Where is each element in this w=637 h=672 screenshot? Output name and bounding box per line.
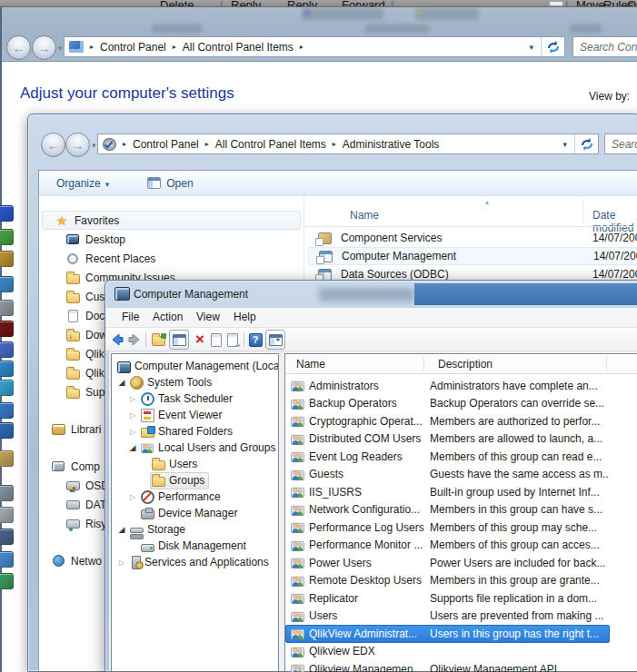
column-divider[interactable] — [606, 356, 607, 371]
calc-icon[interactable] — [0, 341, 14, 358]
sidebar-item[interactable]: ★ Favorites — [42, 211, 301, 230]
ribbon-button-label[interactable]: Reply — [287, 0, 317, 7]
flash-icon[interactable] — [0, 321, 14, 337]
printer-icon[interactable] — [0, 300, 14, 316]
group-row[interactable]: Event Log Readers Members of this group … — [285, 448, 610, 466]
globe-icon[interactable] — [0, 276, 14, 292]
nav-history-chevron[interactable]: ▾ — [58, 44, 63, 53]
tree-item[interactable]: Computer Management (Local — [112, 358, 278, 374]
group-row[interactable]: Remote Desktop Users Members in this gro… — [285, 572, 610, 590]
show-console-tree-button[interactable] — [169, 330, 189, 350]
tree-node[interactable]: Shared Folders — [139, 423, 237, 440]
breadcrumb-segment[interactable]: ▸ All Control Panel Items — [199, 138, 326, 151]
search-input[interactable]: Search Cont — [572, 36, 637, 57]
devices-icon[interactable] — [0, 507, 14, 523]
address-bar[interactable]: ▸ Control Panel ▸ All Control Panel Item… — [64, 36, 565, 57]
sync-icon[interactable] — [0, 229, 14, 245]
organize-button[interactable]: Organize▾ — [56, 177, 109, 190]
tree-item[interactable]: ▷ Task Scheduler — [112, 390, 278, 407]
tree-item[interactable]: ▷ Shared Folders — [112, 423, 278, 440]
back-button[interactable]: ← — [6, 35, 31, 60]
column-header-name[interactable]: Name — [296, 358, 325, 371]
breadcrumb-segment[interactable]: ▸ Administrative Tools — [326, 138, 440, 151]
forward-button[interactable] — [127, 332, 142, 347]
refresh-button[interactable] — [574, 134, 598, 153]
flag-icon[interactable] — [0, 205, 14, 222]
tree-node[interactable]: System Tools — [128, 374, 216, 391]
address-bar[interactable]: ▸ Control Panel ▸ All Control Panel Item… — [97, 133, 599, 154]
forward-button[interactable]: → — [65, 133, 90, 157]
tree-item[interactable]: Groups — [112, 472, 278, 489]
group-row[interactable]: QlikView Administrat... Users in this gr… — [285, 625, 610, 643]
tree-item[interactable]: Device Manager — [112, 505, 278, 521]
column-header-description[interactable]: Description — [438, 358, 493, 371]
group-row[interactable]: Administrators Administrators have compl… — [285, 377, 610, 395]
menu-help[interactable]: Help — [234, 311, 256, 323]
group-row[interactable]: Distributed COM Users Members are allowe… — [285, 430, 610, 449]
ribbon-button-label[interactable]: OneN — [627, 0, 637, 7]
tree-node[interactable]: Disk Management — [139, 538, 251, 554]
group-row[interactable]: IIS_IUSRS Built-in group used by Interne… — [285, 483, 610, 501]
monitor-check-icon[interactable] — [0, 422, 14, 439]
folder-icon[interactable] — [0, 551, 14, 568]
tree-item[interactable]: ◢ Local Users and Groups — [112, 440, 278, 456]
globe-check-icon[interactable] — [0, 361, 14, 377]
display-icon[interactable] — [0, 380, 14, 396]
tree-item[interactable]: ◢ System Tools — [112, 374, 278, 390]
group-row[interactable]: Performance Log Users Members of this gr… — [285, 519, 610, 537]
computer-icon[interactable] — [0, 529, 14, 545]
tree-node[interactable]: Local Users and Groups — [139, 440, 279, 457]
tree-item[interactable]: ◢ Storage — [112, 521, 278, 538]
breadcrumb-label[interactable]: All Control Panel Items — [183, 41, 294, 54]
tree-expander[interactable]: ◢ — [115, 378, 128, 387]
menu-file[interactable]: File — [122, 311, 139, 323]
menu-action[interactable]: Action — [153, 311, 183, 323]
group-row[interactable]: Qlikview Managemen... Qlikview Managemen… — [285, 660, 610, 672]
tree-node[interactable]: Device Manager — [139, 505, 242, 521]
group-row[interactable]: Guests Guests have the same access as m.… — [285, 466, 610, 484]
address-dropdown-chevron[interactable]: ▾ — [529, 43, 533, 52]
gold-box-icon[interactable] — [0, 251, 14, 267]
globe2-icon[interactable] — [0, 573, 14, 589]
breadcrumb-segment[interactable]: ▸ All Control Panel Items — [166, 41, 294, 54]
clock-icon[interactable] — [0, 485, 14, 501]
group-row[interactable]: Cryptographic Operat... Members are auth… — [285, 412, 610, 430]
tree-node[interactable]: Task Scheduler — [139, 390, 237, 408]
file-row[interactable]: Computer Management 14/07/2009 05:54 — [308, 247, 637, 265]
back-button[interactable] — [110, 332, 124, 347]
menu-view[interactable]: View — [196, 311, 220, 323]
tree-item[interactable]: ▷ Services and Applications — [112, 554, 278, 570]
tree-node[interactable]: Computer Management (Local — [115, 358, 279, 375]
forward-button[interactable]: → — [32, 35, 56, 60]
ribbon-button-label[interactable]: Reply — [231, 0, 261, 7]
breadcrumb-label[interactable]: All Control Panel Items — [215, 138, 326, 151]
group-row[interactable]: Replicator Supports file replication in … — [285, 589, 610, 608]
tree-node[interactable]: Services and Applications — [128, 554, 274, 571]
nav-history-chevron[interactable]: ▾ — [92, 141, 96, 150]
open-button[interactable]: Open — [147, 177, 193, 190]
group-row[interactable]: Network Configuratio... Members in this … — [285, 501, 610, 519]
breadcrumb-segment[interactable]: ▸ Control Panel — [116, 138, 199, 151]
group-row[interactable]: Users Users are prevented from making ..… — [285, 608, 610, 626]
show-actions-pane-button[interactable] — [265, 330, 285, 350]
column-divider[interactable] — [423, 356, 424, 371]
column-divider[interactable] — [582, 200, 583, 223]
ribbon-button-label[interactable]: Forward — [342, 0, 385, 7]
tree-expander[interactable]: ▷ — [126, 428, 139, 436]
tree-expander[interactable]: ▷ — [126, 395, 139, 403]
tree-item[interactable]: ▷ Event Viewer — [112, 407, 278, 423]
breadcrumb-segment[interactable]: ▸ Control Panel — [84, 41, 166, 54]
properties-button[interactable] — [209, 332, 224, 347]
ribbon-button-label[interactable]: Delete — [160, 0, 194, 7]
column-header-name[interactable]: Name — [350, 209, 379, 222]
help-button[interactable]: ? — [248, 332, 263, 347]
tree-node[interactable]: Users — [150, 456, 202, 473]
group-row[interactable]: Backup Operators Backup Operators can ov… — [285, 395, 610, 413]
tree-expander[interactable]: ◢ — [115, 525, 128, 534]
sidebar-item[interactable]: Desktop — [39, 230, 304, 249]
file-row[interactable]: Component Services 14/07/2009 05:57 — [308, 229, 637, 247]
breadcrumb-label[interactable]: Control Panel — [100, 41, 166, 54]
group-row[interactable]: Qlikview EDX — [285, 643, 610, 661]
control-panel-titlebar[interactable]: ← → ▾ ▸ Control Panel ▸ All Control Pane… — [2, 6, 637, 61]
tree-item[interactable]: Disk Management — [112, 538, 278, 554]
